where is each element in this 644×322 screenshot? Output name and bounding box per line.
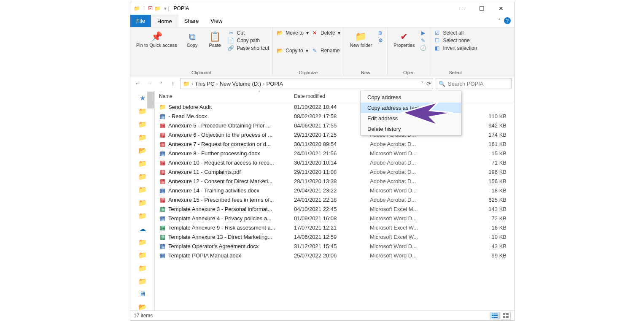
navigation-pane[interactable]: ★ 📁 📁 📁 📂 📁 📁 📁 📁 📁 ☁ 📁 📁 📁 📁 🖥 📂 <box>130 91 155 310</box>
group-label: Open <box>391 69 426 75</box>
table-row[interactable]: ▦Annexure 15 - Prescribed fees in terms … <box>155 195 514 204</box>
table-row[interactable]: ▦Template POPIA Manual.docx25/07/2022 20… <box>155 251 514 260</box>
table-row[interactable]: ▦Template Annexure 4 - Privacy policies … <box>155 214 514 223</box>
ctx-copy-address-text[interactable]: Copy address as text <box>361 103 461 113</box>
folder-icon[interactable]: 📁 <box>138 251 147 259</box>
svg-rect-8 <box>503 316 505 318</box>
folder-icon[interactable]: 📁 <box>138 120 147 128</box>
svg-rect-0 <box>492 314 493 314</box>
search-input[interactable]: 🔍 Search POPIA <box>436 78 512 89</box>
folder-icon[interactable]: 📁 <box>138 173 147 181</box>
pin-to-quick-access-button[interactable]: 📌 Pin to Quick access <box>134 29 180 50</box>
file-date: 25/07/2022 20:06 <box>294 252 370 259</box>
new-folder-button[interactable]: 📁 New folder <box>348 29 375 50</box>
ctx-edit-address[interactable]: Edit address <box>361 113 461 124</box>
tab-view[interactable]: View <box>205 15 228 27</box>
column-date[interactable]: Date modified <box>294 93 370 99</box>
folder-icon[interactable]: 📁 <box>138 199 147 207</box>
back-button[interactable]: ← <box>133 80 142 87</box>
breadcrumb-drive[interactable]: New Volume (D:) <box>220 81 261 87</box>
folder-icon[interactable]: 📂 <box>138 146 147 154</box>
copy-path-button[interactable]: 📄Copy path <box>228 38 269 43</box>
dropdown-icon[interactable]: ˅ <box>421 81 424 87</box>
paste-shortcut-button[interactable]: 🔗Paste shortcut <box>228 45 269 51</box>
copy-button[interactable]: ⧉ Copy <box>182 29 202 50</box>
close-button[interactable]: ✕ <box>491 2 511 15</box>
table-row[interactable]: ▦Annexure 14 - Training activities.docx2… <box>155 186 514 195</box>
tab-share[interactable]: Share <box>178 15 205 27</box>
history-button[interactable]: 🕘 <box>420 45 426 51</box>
rename-button[interactable]: ✎Rename <box>311 48 340 54</box>
file-name: - Read Me.docx <box>168 113 207 119</box>
folder-icon[interactable]: 📁 <box>138 264 147 272</box>
folder-icon[interactable]: 📁 <box>138 186 147 194</box>
table-row[interactable]: ▦Annexure 12 - Consent for Direct Market… <box>155 176 514 186</box>
table-row[interactable]: ▦Template Annexure 3 - Personal informat… <box>155 204 514 214</box>
folder-icon[interactable]: 📁 <box>138 238 147 246</box>
excel-icon: ▦ <box>159 224 166 231</box>
onedrive-icon[interactable]: ☁ <box>139 225 146 233</box>
quick-access-icon[interactable]: ★ <box>140 94 146 102</box>
selectall-icon: ☑ <box>434 30 440 36</box>
folder-icon[interactable]: 📁 <box>138 107 147 115</box>
select-none-button[interactable]: ☐Select none <box>434 38 477 43</box>
column-name[interactable]: Name <box>159 93 294 99</box>
table-row[interactable]: ▦Annexure 10 - Request for access to rec… <box>155 158 514 167</box>
folder-icon[interactable]: 📁 <box>138 133 147 141</box>
edit-button[interactable]: ✎ <box>420 38 426 43</box>
word-icon: ▦ <box>159 243 166 249</box>
tiles-view-button[interactable] <box>501 312 511 319</box>
breadcrumb-bar[interactable]: 📁 › This PC › New Volume (D:) › POPIA ˅ … <box>180 78 433 89</box>
folder-icon[interactable]: 📂 <box>138 303 147 311</box>
tab-home[interactable]: Home <box>151 15 178 27</box>
delete-button[interactable]: ✕Delete ▾ <box>311 30 340 36</box>
titlebar: 📁 | ☑ 📁 ▾ | POPIA — ☐ ✕ <box>130 2 514 15</box>
tab-file[interactable]: File <box>130 15 151 27</box>
recent-locations-button[interactable]: ˅ <box>156 81 166 86</box>
excel-icon: ▦ <box>159 233 166 240</box>
easy-access-button[interactable]: ⚙ <box>377 38 384 43</box>
paste-button[interactable]: 📋 Paste <box>205 29 225 50</box>
folder-icon[interactable]: 📁 <box>138 160 147 168</box>
view-toggle <box>490 312 511 319</box>
file-type: Microsoft Excel M... <box>370 206 442 212</box>
details-view-button[interactable] <box>490 312 500 319</box>
move-to-button[interactable]: 📂Move to ▾ <box>276 30 309 36</box>
invert-selection-button[interactable]: ◧Invert selection <box>434 45 477 51</box>
maximize-button[interactable]: ☐ <box>472 2 491 15</box>
file-date: 04/06/2021 17:55 <box>294 122 370 129</box>
file-size: 72 KB <box>442 215 510 222</box>
copy-to-button[interactable]: 📂Copy to ▾ <box>276 48 309 54</box>
scrollbar-thumb[interactable] <box>147 92 154 108</box>
properties-icon[interactable]: ☑ <box>148 5 153 11</box>
table-row[interactable]: ▦Annexure 11 - Complaints.pdf29/11/2020 … <box>155 167 514 176</box>
up-button[interactable]: ↑ <box>168 80 178 87</box>
refresh-icon[interactable]: ⟳ <box>426 81 431 87</box>
table-row[interactable]: ▦Annexure 8 - Further processing.docx24/… <box>155 149 514 158</box>
ribbon-collapse-icon[interactable]: ˄ <box>498 18 501 24</box>
help-icon[interactable]: ? <box>504 17 511 24</box>
ctx-copy-address[interactable]: Copy address <box>361 92 461 103</box>
table-row[interactable]: ▦Annexure 7 - Request for correction or … <box>155 139 514 149</box>
folder-icon[interactable]: 📁 <box>138 212 147 220</box>
cut-button[interactable]: ✂Cut <box>228 30 269 36</box>
properties-button[interactable]: ✔ Properties <box>391 29 417 50</box>
select-all-button[interactable]: ☑Select all <box>434 30 477 36</box>
paste-label: Paste <box>209 43 221 48</box>
open-button[interactable]: ▶ <box>420 30 426 36</box>
folder-icon[interactable]: 📁 <box>138 277 147 285</box>
forward-button[interactable]: → <box>145 80 154 87</box>
file-date: 30/11/2020 09:54 <box>294 141 370 147</box>
table-row[interactable]: ▦Template Annexure 9 - Risk assessment a… <box>155 223 514 232</box>
folder-icon: 📁 <box>154 5 161 11</box>
file-name: Template Operator's Agreement.docx <box>168 243 259 249</box>
table-row[interactable]: ▦Template Annexure 13 - Direct Marketing… <box>155 232 514 241</box>
table-row[interactable]: ▦Template Operator's Agreement.docx31/12… <box>155 241 514 251</box>
breadcrumb-folder[interactable]: POPIA <box>267 81 283 87</box>
this-pc-icon[interactable]: 🖥 <box>139 290 146 298</box>
pdf-icon: ▦ <box>159 159 166 166</box>
breadcrumb-root[interactable]: This PC <box>195 81 214 87</box>
minimize-button[interactable]: — <box>453 2 472 15</box>
ctx-delete-history[interactable]: Delete history <box>361 124 461 134</box>
new-item-button[interactable]: 🗎 <box>377 30 384 36</box>
